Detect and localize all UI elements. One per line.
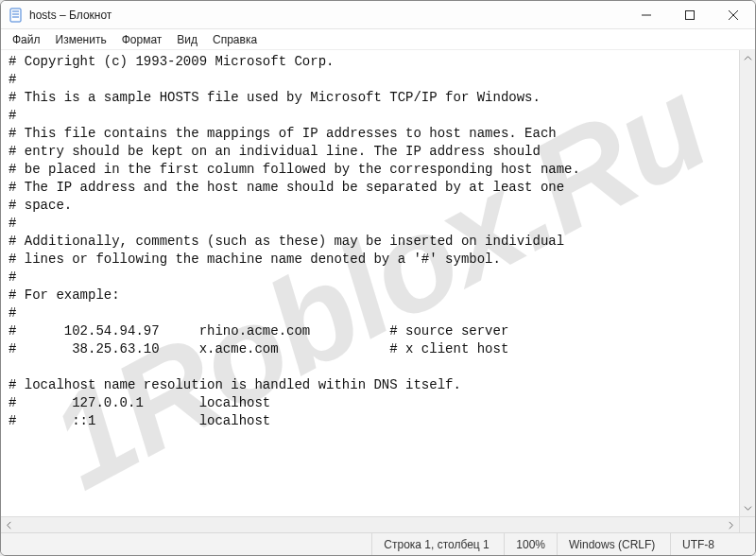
maximize-button[interactable] — [668, 1, 712, 29]
scroll-left-icon[interactable] — [1, 517, 17, 532]
scrollbar-corner — [739, 517, 755, 532]
status-zoom: 100% — [504, 533, 557, 555]
titlebar[interactable]: hosts – Блокнот — [1, 1, 755, 29]
status-line-ending: Windows (CRLF) — [557, 533, 670, 555]
vertical-scroll-track[interactable] — [740, 66, 755, 500]
menu-help[interactable]: Справка — [205, 31, 265, 48]
menu-format[interactable]: Формат — [114, 31, 170, 48]
text-editor[interactable]: # Copyright (c) 1993-2009 Microsoft Corp… — [1, 50, 739, 516]
statusbar: Строка 1, столбец 1 100% Windows (CRLF) … — [1, 532, 755, 555]
horizontal-scrollbar[interactable] — [1, 516, 755, 532]
menubar: Файл Изменить Формат Вид Справка — [1, 29, 755, 50]
horizontal-scroll-track[interactable] — [17, 517, 723, 532]
svg-rect-0 — [10, 9, 21, 22]
window-title: hosts – Блокнот — [29, 9, 112, 22]
svg-rect-5 — [686, 10, 695, 19]
close-button[interactable] — [712, 1, 755, 29]
status-position: Строка 1, столбец 1 — [371, 533, 504, 555]
menu-file[interactable]: Файл — [5, 31, 48, 48]
status-empty — [1, 533, 371, 555]
scroll-right-icon[interactable] — [723, 517, 739, 532]
menu-edit[interactable]: Изменить — [48, 31, 114, 48]
status-encoding: UTF-8 — [670, 533, 755, 555]
scroll-down-icon[interactable] — [740, 500, 755, 516]
scroll-up-icon[interactable] — [740, 50, 755, 66]
notepad-window: hosts – Блокнот Файл Изменить Формат Вид… — [0, 0, 756, 556]
editor-area: # Copyright (c) 1993-2009 Microsoft Corp… — [1, 50, 755, 516]
vertical-scrollbar[interactable] — [739, 50, 755, 516]
notepad-icon — [9, 8, 24, 23]
menu-view[interactable]: Вид — [169, 31, 205, 48]
minimize-button[interactable] — [625, 1, 668, 29]
